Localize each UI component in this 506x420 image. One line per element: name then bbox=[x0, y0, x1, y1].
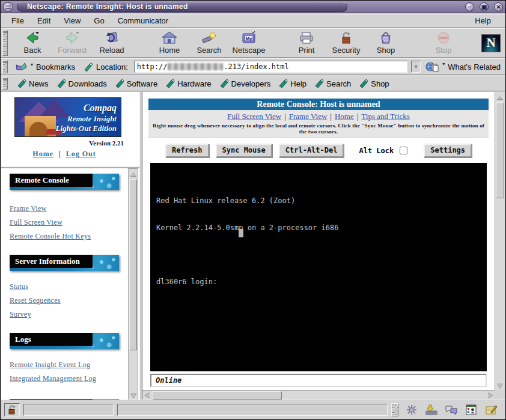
sync-mouse-button[interactable]: Sync Mouse bbox=[216, 144, 272, 157]
remote-console-terminal[interactable]: Red Hat Linux release 6.2 (Zoot) Kernel … bbox=[150, 163, 487, 371]
content-area: Compaq Remote Insight Lights-Out Edition… bbox=[1, 92, 505, 400]
component-bar-grip[interactable] bbox=[391, 403, 398, 416]
ctrl-alt-del-button[interactable]: Ctrl-Alt-Del bbox=[279, 144, 344, 157]
nav-separator: | bbox=[357, 112, 359, 121]
security-padlock-icon bbox=[338, 31, 354, 44]
search-button[interactable]: Search bbox=[191, 29, 228, 56]
location-toolbar-grip[interactable] bbox=[2, 60, 8, 73]
linkbar-item-help[interactable]: Help bbox=[279, 79, 306, 88]
alt-lock-checkbox[interactable] bbox=[400, 147, 407, 154]
window-title: Netscape: Remote Insight: Host is unname… bbox=[27, 2, 188, 11]
logo-arch-shape bbox=[29, 122, 47, 137]
sidebar-link-full-screen-view[interactable]: Full Screen View bbox=[10, 218, 121, 227]
security-button[interactable]: Security bbox=[328, 29, 365, 56]
navigator-icon[interactable] bbox=[404, 404, 419, 416]
nav-link-tips-and-tricks[interactable]: Tips and Tricks bbox=[361, 112, 409, 121]
linkbar-label: News bbox=[29, 79, 49, 88]
main-vertical-scrollbar[interactable] bbox=[495, 92, 505, 390]
console-button-row: Refresh Sync Mouse Ctrl-Alt-Del Alt Lock… bbox=[142, 144, 495, 157]
linkbar-item-search[interactable]: Search bbox=[315, 79, 351, 88]
refresh-button[interactable]: Refresh bbox=[165, 144, 209, 157]
link-ribbon-icon bbox=[166, 79, 175, 88]
scroll-up-arrow[interactable] bbox=[129, 169, 138, 178]
nav-link-frame-view[interactable]: Frame View bbox=[289, 112, 328, 121]
sidebar-link-survey[interactable]: Survey bbox=[10, 310, 121, 319]
home-link[interactable]: Home bbox=[32, 150, 53, 158]
linkbar-item-news[interactable]: News bbox=[17, 79, 49, 88]
scroll-thumb[interactable] bbox=[496, 102, 504, 198]
minimize-button[interactable]: − bbox=[465, 2, 474, 11]
sidebar-link-reset-sequences[interactable]: Reset Sequences bbox=[10, 296, 121, 305]
alt-lock-group: Alt Lock bbox=[359, 147, 407, 155]
nav-link-full-screen-view[interactable]: Full Screen View bbox=[227, 112, 281, 121]
inbox-icon[interactable] bbox=[424, 404, 439, 416]
bookmarks-button[interactable]: ▾ Bookmarks bbox=[13, 62, 78, 72]
scrollbar-corner bbox=[495, 390, 505, 400]
status-progress-area bbox=[23, 404, 114, 416]
linkbar-item-downloads[interactable]: Downloads bbox=[57, 79, 107, 88]
settings-button[interactable]: Settings bbox=[424, 144, 472, 157]
security-status-button[interactable] bbox=[4, 403, 20, 416]
scroll-down-arrow[interactable] bbox=[495, 381, 504, 390]
remote-console-page: Remote Console: Host is unnamed Full Scr… bbox=[142, 92, 495, 390]
linkbar-item-software[interactable]: Software bbox=[115, 79, 157, 88]
scroll-thumb[interactable] bbox=[129, 179, 137, 350]
url-prefix: http:// bbox=[137, 62, 168, 71]
sidebar-link-integrated-management-log[interactable]: Integrated Management Log bbox=[10, 374, 121, 383]
console-status-field: Online bbox=[150, 374, 487, 387]
instruction-text: Right mouse drag whenever necessary to a… bbox=[151, 123, 486, 135]
close-button[interactable]: ✕ bbox=[494, 2, 503, 11]
main-horizontal-scrollbar[interactable] bbox=[142, 390, 495, 400]
maximize-button[interactable]: ▣ bbox=[480, 2, 489, 11]
composer-icon[interactable] bbox=[484, 404, 498, 416]
menu-file[interactable]: File bbox=[7, 15, 32, 26]
url-history-dropdown[interactable]: ▼ bbox=[411, 61, 421, 73]
toolbar-grip[interactable] bbox=[2, 30, 8, 56]
sidebar-scrollbar[interactable] bbox=[128, 168, 138, 400]
scroll-thumb[interactable] bbox=[153, 391, 282, 400]
whats-related-button[interactable]: ▾ What's Related bbox=[424, 61, 502, 72]
window-menu-button[interactable] bbox=[3, 2, 13, 11]
home-button[interactable]: Home bbox=[151, 29, 188, 56]
menu-communicator[interactable]: Communicator bbox=[113, 15, 177, 26]
print-button[interactable]: Print bbox=[288, 29, 325, 56]
location-icon bbox=[84, 62, 93, 72]
logout-link[interactable]: Log Out bbox=[66, 150, 96, 158]
linkbar-item-developers[interactable]: Developers bbox=[220, 79, 271, 88]
terminal-line: Kernel 2.2.14-5.0smp on a 2-processor i6… bbox=[156, 224, 487, 233]
menu-view[interactable]: View bbox=[59, 15, 89, 26]
terminal-cursor bbox=[239, 229, 243, 237]
linkbar-item-hardware[interactable]: Hardware bbox=[166, 79, 211, 88]
stop-button[interactable]: Stop bbox=[425, 29, 462, 56]
discussions-icon[interactable] bbox=[444, 404, 459, 416]
address-book-icon[interactable] bbox=[464, 404, 478, 416]
back-button[interactable]: Back bbox=[14, 29, 51, 56]
sidebar-link-remote-console-hot-keys[interactable]: Remote Console Hot Keys bbox=[10, 232, 121, 241]
forward-button[interactable]: Forward bbox=[53, 29, 91, 56]
scroll-left-arrow[interactable] bbox=[142, 391, 151, 400]
reload-button[interactable]: Reload bbox=[93, 29, 130, 56]
scroll-up-arrow[interactable] bbox=[495, 92, 504, 101]
linkbar-item-shop[interactable]: Shop bbox=[359, 79, 389, 88]
sidebar-link-status[interactable]: Status bbox=[10, 282, 121, 291]
sidebar-header-frame: Compaq Remote Insight Lights-Out Edition… bbox=[1, 92, 139, 166]
menu-edit[interactable]: Edit bbox=[32, 15, 59, 26]
logo-line-2: Remote Insight bbox=[56, 114, 117, 124]
personal-toolbar-grip[interactable] bbox=[2, 78, 8, 90]
sidebar-link-remote-insight-event-log[interactable]: Remote Insight Event Log bbox=[10, 361, 121, 370]
page-subnav: Full Screen View|Frame View|Home|Tips an… bbox=[148, 110, 489, 138]
link-ribbon-icon bbox=[279, 79, 288, 88]
print-icon bbox=[299, 31, 314, 44]
title-pill[interactable]: Netscape: Remote Insight: Host is unname… bbox=[17, 2, 347, 12]
menu-go[interactable]: Go bbox=[89, 15, 112, 26]
location-input[interactable]: http:// .213/index.html bbox=[134, 61, 407, 73]
nav-link-home[interactable]: Home bbox=[335, 112, 354, 121]
scroll-down-arrow[interactable] bbox=[129, 391, 138, 400]
section-banner-remote-console: Remote Console bbox=[10, 174, 119, 190]
scroll-right-arrow[interactable] bbox=[486, 391, 495, 400]
shop-button[interactable]: Shop bbox=[367, 29, 404, 56]
netscape-button[interactable]: My Netscape bbox=[230, 29, 267, 56]
sidebar-link-frame-view[interactable]: Frame View bbox=[10, 204, 121, 213]
menu-help[interactable]: Help bbox=[470, 15, 499, 26]
netscape-logo[interactable]: N bbox=[481, 34, 501, 52]
